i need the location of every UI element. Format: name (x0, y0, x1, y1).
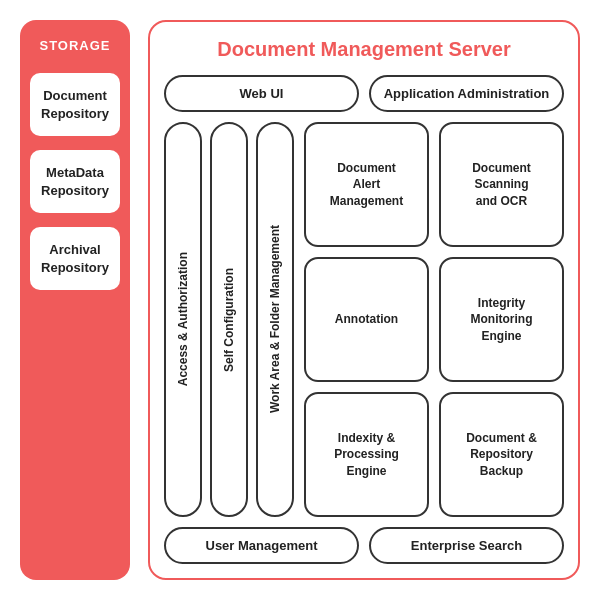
storage-box-metadata-repository: MetaDataRepository (30, 150, 120, 213)
access-auth-box: Access & Authorization (164, 122, 202, 517)
doc-scanning-box: DocumentScanningand OCR (439, 122, 564, 247)
self-config-label: Self Configuration (222, 268, 236, 372)
enterprise-search-box: Enterprise Search (369, 527, 564, 564)
bottom-row: User Management Enterprise Search (164, 527, 564, 564)
self-config-box: Self Configuration (210, 122, 248, 517)
storage-box-archival-repository: ArchivalRepository (30, 227, 120, 290)
top-row: Web UI Application Administration (164, 75, 564, 112)
storage-label: STORAGE (39, 38, 110, 53)
middle-section: Access & Authorization Self Configuratio… (164, 122, 564, 517)
annotation-box: Annotation (304, 257, 429, 382)
integrity-box: IntegrityMonitoringEngine (439, 257, 564, 382)
work-area-box: Work Area & Folder Management (256, 122, 294, 517)
dms-title: Document Management Server (164, 38, 564, 61)
doc-alert-box: DocumentAlertManagement (304, 122, 429, 247)
web-ui-box: Web UI (164, 75, 359, 112)
access-auth-label: Access & Authorization (176, 252, 190, 386)
vertical-boxes: Access & Authorization Self Configuratio… (164, 122, 294, 517)
dms-panel: Document Management Server Web UI Applic… (148, 20, 580, 580)
work-area-label: Work Area & Folder Management (268, 225, 282, 413)
doc-backup-box: Document &RepositoryBackup (439, 392, 564, 517)
storage-box-document-repository: DocumentRepository (30, 73, 120, 136)
right-grid: DocumentAlertManagement DocumentScanning… (304, 122, 564, 517)
app-admin-box: Application Administration (369, 75, 564, 112)
storage-column: STORAGE DocumentRepository MetaDataRepos… (20, 20, 130, 580)
main-container: STORAGE DocumentRepository MetaDataRepos… (0, 0, 600, 600)
indexity-box: Indexity &ProcessingEngine (304, 392, 429, 517)
user-mgmt-box: User Management (164, 527, 359, 564)
